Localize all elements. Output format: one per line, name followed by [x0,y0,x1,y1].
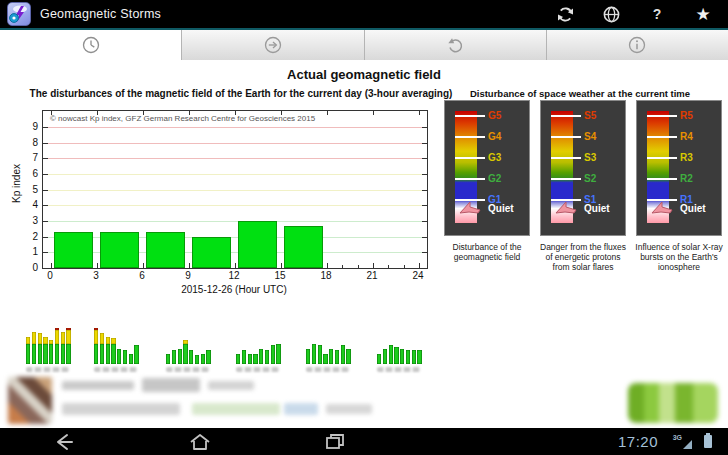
x-tick [373,111,374,115]
y-tick [422,174,427,175]
kp-mini-chart [94,318,140,364]
kp-mini-bar-segment [38,333,42,343]
x-tick [235,263,236,268]
kp-mini-bar-segment [43,344,47,364]
kp-mini-bar-segment [195,355,199,364]
scale-caption-xray: Influence of solar X-ray bursts on the E… [632,242,726,273]
kp-mini-bar-segment [236,354,240,364]
kp-mini-bar-segment [242,350,246,364]
kp-mini-bar-segment [259,349,263,364]
kp-mini-bar-segment [94,328,98,330]
kp-mini-chart [377,318,423,364]
kp-mini-bar-segment [412,350,416,364]
tab-info[interactable] [547,30,728,60]
x-tick-label: 9 [176,270,200,281]
kp-mini-bar-segment [341,345,345,364]
kp-mini-bar-segment [43,337,47,344]
scale-level-label: G4 [488,132,501,142]
kp-mini-bar-segment [106,337,110,344]
space-weather-scale: G5G4G3G2G1Quiet [444,100,530,236]
quiet-arrow-marker [458,199,482,219]
y-tick-label: 0 [22,262,38,273]
home-button[interactable] [180,430,220,453]
kp-mini-bar-segment [189,350,193,364]
kp-mini-bar-segment [335,350,339,364]
kp-mini-bar-segment [123,350,127,364]
x-tick [51,111,52,115]
kp-mini-bar-segment [61,332,65,344]
x-tick [281,263,282,268]
kp-mini-bar-segment [323,354,327,364]
scale-tick [647,115,677,117]
kp-gridline [43,174,427,175]
y-tick [422,158,427,159]
x-tick-label: 3 [84,270,108,281]
y-tick [43,143,48,144]
tab-forecast[interactable] [182,30,364,60]
kp-mini-bar-segment [183,340,187,344]
kp-mini-bar-segment [172,350,176,364]
ad-text-blurred [326,404,372,414]
help-icon[interactable]: ? [646,3,668,25]
x-tick [143,111,144,115]
y-tick-label: 1 [22,246,38,257]
scale-level-label: G2 [488,174,501,184]
y-tick [43,237,48,238]
back-icon [53,433,77,451]
scale-caption-geomagnetic: Disturbance of the geomagnetic field [440,242,534,262]
kp-bar [284,226,323,268]
kp-mini-bar-segment [383,349,387,364]
y-tick [422,221,427,222]
signal-icon [683,440,692,449]
scale-level-label: S3 [584,153,596,163]
kp-mini-bar-segment [306,349,310,364]
kp-mini-bar-segment [394,347,398,364]
ad-install-button-blurred[interactable] [628,383,718,423]
kp-mini-bar-segment [32,332,36,344]
ad-text-blurred [62,381,134,390]
kp-mini-bar-segment [318,345,322,364]
action-bar: Geomagnetic Storms ? ★ [0,0,728,28]
kp-mini-bar-segment [329,349,333,364]
y-tick-label: 4 [22,199,38,210]
kp-gridline [43,127,427,128]
x-tick-label: 24 [406,270,430,281]
scale-level-label: S2 [584,174,596,184]
globe-icon[interactable] [600,3,622,25]
action-bar-icons: ? ★ [554,3,714,25]
y-tick-label: 8 [22,137,38,148]
kp-mini-bar-segment [346,349,350,364]
kp-mini-bar-segment [166,354,170,364]
y-tick [422,190,427,191]
kp-chart-plot: © nowcast Kp index, GFZ German Research … [42,110,428,269]
ad-text-blurred [142,378,200,392]
y-tick [422,205,427,206]
y-tick [422,127,427,128]
x-tick [281,111,282,115]
x-tick [51,263,52,268]
y-tick-label: 2 [22,231,38,242]
star-icon[interactable]: ★ [692,3,714,25]
y-tick [422,143,427,144]
y-tick [43,205,48,206]
back-button[interactable] [45,430,85,453]
kp-mini-chart [236,318,282,364]
scale-level-label: S5 [584,111,596,121]
x-tick [327,111,328,115]
clock-icon [81,35,101,55]
tab-current-state[interactable] [0,30,182,60]
app-screen: Geomagnetic Storms ? ★ [0,0,728,455]
kp-mini-bar-segment [312,344,316,364]
kp-gridline [43,221,427,222]
y-tick-label: 5 [22,184,38,195]
recents-button[interactable] [315,430,355,453]
y-tick-label: 7 [22,152,38,163]
scale-tick [551,157,581,159]
kp-mini-bar-segment [183,344,187,364]
tab-past[interactable] [365,30,547,60]
kp-mini-bar-segment [178,349,182,364]
kp-mini-bar-segment [129,354,133,364]
refresh-icon[interactable] [554,3,576,25]
x-tick [143,263,144,268]
scale-quiet-label: Quiet [584,204,610,214]
